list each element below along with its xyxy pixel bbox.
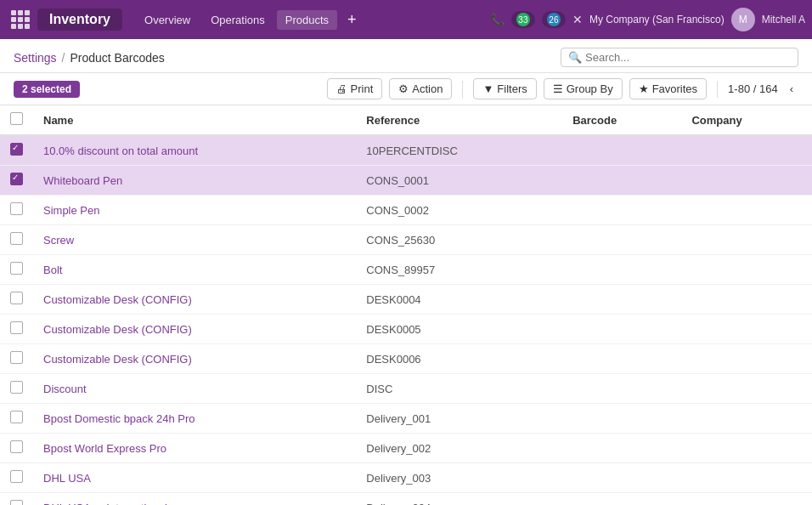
company-column-header[interactable]: Company [681,105,812,135]
nav-add-button[interactable]: + [341,11,364,29]
row-checkbox-cell[interactable] [0,344,33,374]
row-barcode [562,255,681,285]
table-row[interactable]: ScrewCONS_25630 [0,225,812,255]
row-checkbox[interactable] [10,411,23,423]
row-name: Customizable Desk (CONFIG) [33,315,356,344]
breadcrumb-separator: / [62,51,65,65]
search-icon: 🔍 [568,51,582,64]
row-barcode [562,404,681,434]
row-checkbox[interactable] [10,173,23,185]
table-row[interactable]: DHL USA -> InternationalDelivery_004 [0,493,812,506]
row-checkbox-cell[interactable] [0,196,33,225]
row-name: Bolt [33,255,356,285]
toolbar-divider [462,81,463,98]
row-checkbox-cell[interactable] [0,255,33,285]
row-name: DHL USA [33,463,356,493]
action-label: Action [412,82,443,95]
row-company [681,196,812,225]
row-barcode [562,344,681,374]
print-label: Print [351,82,374,95]
row-checkbox[interactable] [10,500,23,505]
print-button[interactable]: 🖨 Print [327,78,383,99]
barcode-column-header[interactable]: Barcode [562,105,681,135]
group-by-button[interactable]: ☰ Group By [544,78,623,99]
row-name: Simple Pen [33,196,356,225]
row-checkbox[interactable] [10,351,23,364]
search-input[interactable] [585,51,791,64]
favorites-button[interactable]: ★ Favorites [629,78,707,99]
row-checkbox-cell[interactable] [0,285,33,315]
row-checkbox[interactable] [10,440,23,453]
row-checkbox-cell[interactable] [0,463,33,493]
row-barcode [562,285,681,315]
row-checkbox-cell[interactable] [0,374,33,404]
toolbar-divider-2 [717,81,718,98]
row-checkbox[interactable] [10,381,23,394]
row-barcode [562,315,681,344]
message-badge[interactable]: 26 [542,11,566,28]
user-avatar[interactable]: M [731,8,755,31]
table-row[interactable]: Customizable Desk (CONFIG)DESK0006 [0,344,812,374]
row-checkbox[interactable] [10,232,23,245]
name-column-header[interactable]: Name [33,105,356,135]
toolbar: 2 selected 🖨 Print ⚙ Action ▼ Filters ☰ … [0,73,812,105]
group-by-label: Group By [567,82,613,95]
action-button[interactable]: ⚙ Action [389,78,452,99]
table-row[interactable]: Bpost Domestic bpack 24h ProDelivery_001 [0,404,812,434]
table-row[interactable]: DHL USADelivery_003 [0,463,812,493]
table-row[interactable]: DiscountDISC [0,374,812,404]
row-checkbox[interactable] [10,321,23,334]
row-name: 10.0% discount on total amount [33,135,356,166]
breadcrumb-current: Product Barcodes [70,51,164,65]
row-company [681,255,812,285]
row-checkbox[interactable] [10,470,23,483]
row-company [681,493,812,506]
product-barcodes-table: Name Reference Barcode Company 10.0% dis… [0,105,812,505]
table-row[interactable]: Customizable Desk (CONFIG)DESK0004 [0,285,812,315]
select-all-checkbox[interactable] [10,112,23,125]
row-checkbox-cell[interactable] [0,404,33,434]
activity-badge[interactable]: 33 [511,11,535,28]
row-checkbox[interactable] [10,202,23,215]
table-row[interactable]: Simple PenCONS_0002 [0,196,812,225]
green-badge: 33 [516,13,530,26]
row-checkbox-cell[interactable] [0,225,33,255]
select-all-header[interactable] [0,105,33,135]
row-checkbox-cell[interactable] [0,135,33,166]
phone-icon[interactable]: 📞 [490,13,505,26]
row-reference: DESK0006 [356,344,562,374]
company-name[interactable]: My Company (San Francisco) [589,14,725,26]
selected-count-badge: 2 selected [14,81,80,98]
row-checkbox-cell[interactable] [0,493,33,506]
app-menu-button[interactable] [7,6,34,33]
row-barcode [562,135,681,166]
pagination-prev-button[interactable]: ‹ [785,81,798,97]
row-reference: 10PERCENTDISC [356,135,562,166]
search-bar[interactable]: 🔍 [561,48,798,67]
top-navigation: Inventory Overview Operations Products +… [0,0,812,39]
nav-operations[interactable]: Operations [202,10,273,30]
table-row[interactable]: 10.0% discount on total amount10PERCENTD… [0,135,812,166]
row-barcode [562,463,681,493]
table-row[interactable]: Whiteboard PenCONS_0001 [0,166,812,196]
row-checkbox[interactable] [10,292,23,304]
filters-button[interactable]: ▼ Filters [473,78,536,99]
nav-overview[interactable]: Overview [136,10,199,30]
row-barcode [562,493,681,506]
row-checkbox-cell[interactable] [0,166,33,196]
row-checkbox-cell[interactable] [0,315,33,344]
table-header-row: Name Reference Barcode Company [0,105,812,135]
close-icon[interactable]: ✕ [572,13,583,26]
row-reference: Delivery_003 [356,463,562,493]
row-checkbox-cell[interactable] [0,434,33,463]
table-row[interactable]: Bpost World Express ProDelivery_002 [0,434,812,463]
nav-products[interactable]: Products [277,10,337,30]
table-row[interactable]: Customizable Desk (CONFIG)DESK0005 [0,315,812,344]
breadcrumb-settings[interactable]: Settings [14,51,57,65]
row-reference: DISC [356,374,562,404]
table-row[interactable]: BoltCONS_89957 [0,255,812,285]
row-checkbox[interactable] [10,143,23,156]
reference-column-header[interactable]: Reference [356,105,562,135]
row-checkbox[interactable] [10,262,23,275]
row-reference: CONS_0001 [356,166,562,196]
